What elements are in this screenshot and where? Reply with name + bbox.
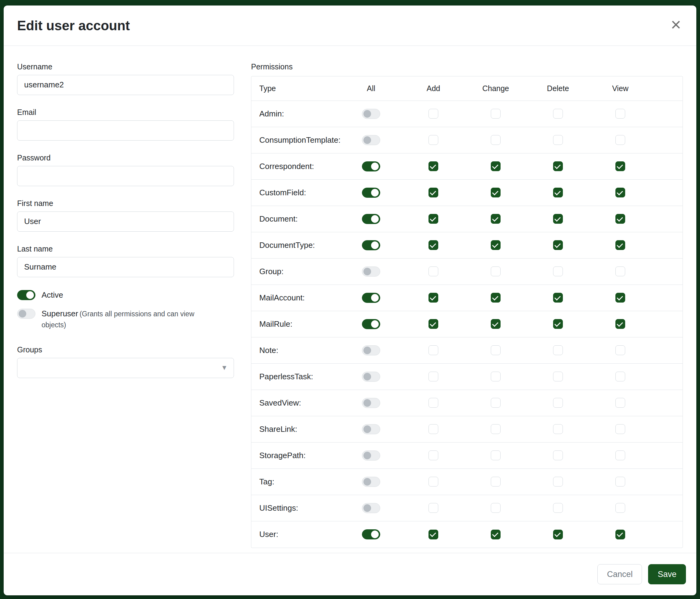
permission-add-checkbox[interactable]	[428, 266, 438, 276]
chevron-down-icon: ▾	[222, 363, 226, 371]
permission-delete-checkbox[interactable]	[553, 109, 563, 119]
permission-view-checkbox[interactable]	[616, 188, 625, 197]
permission-add-checkbox[interactable]	[428, 161, 438, 171]
permission-change-checkbox[interactable]	[491, 109, 501, 119]
permission-delete-checkbox[interactable]	[553, 372, 563, 381]
close-icon[interactable]: ×	[669, 18, 683, 31]
permission-all-toggle[interactable]	[362, 529, 380, 540]
permission-all-toggle[interactable]	[362, 477, 380, 487]
permission-all-toggle[interactable]	[362, 503, 380, 513]
permission-view-checkbox[interactable]	[616, 424, 625, 434]
permission-add-checkbox[interactable]	[428, 345, 438, 355]
permission-view-checkbox[interactable]	[616, 135, 625, 145]
permission-all-toggle[interactable]	[362, 451, 380, 460]
permission-view-checkbox[interactable]	[616, 214, 625, 224]
permission-add-checkbox[interactable]	[428, 135, 438, 145]
permission-all-toggle[interactable]	[362, 266, 380, 277]
permission-delete-checkbox[interactable]	[553, 293, 563, 303]
permission-all-toggle[interactable]	[362, 319, 380, 329]
last-name-input[interactable]	[17, 257, 234, 277]
permission-change-checkbox[interactable]	[491, 293, 501, 303]
permission-change-checkbox[interactable]	[491, 372, 501, 381]
groups-select[interactable]: ▾	[17, 358, 234, 378]
permission-change-checkbox[interactable]	[491, 451, 501, 460]
cancel-button[interactable]: Cancel	[597, 564, 642, 584]
permission-all-toggle[interactable]	[362, 293, 380, 303]
permission-all-toggle[interactable]	[362, 240, 380, 250]
save-button[interactable]: Save	[648, 564, 686, 584]
permission-view-checkbox[interactable]	[616, 530, 625, 540]
permission-row: UISettings:	[251, 495, 682, 521]
permission-delete-checkbox[interactable]	[553, 503, 563, 513]
permission-change-checkbox[interactable]	[491, 319, 501, 329]
permission-delete-checkbox[interactable]	[553, 345, 563, 355]
permission-add-checkbox[interactable]	[428, 109, 438, 119]
permission-add-checkbox[interactable]	[428, 240, 438, 250]
permission-change-checkbox[interactable]	[491, 214, 501, 224]
permission-change-checkbox[interactable]	[491, 135, 501, 145]
permission-view-checkbox[interactable]	[616, 109, 625, 119]
username-input[interactable]	[17, 75, 234, 95]
permission-add-checkbox[interactable]	[428, 188, 438, 197]
active-toggle[interactable]	[17, 290, 35, 300]
permission-delete-checkbox[interactable]	[553, 477, 563, 486]
permission-delete-checkbox[interactable]	[553, 424, 563, 434]
permission-add-checkbox[interactable]	[428, 477, 438, 486]
permission-delete-checkbox[interactable]	[553, 398, 563, 408]
permission-delete-checkbox[interactable]	[553, 161, 563, 171]
permission-add-checkbox[interactable]	[428, 424, 438, 434]
permission-all-toggle[interactable]	[362, 372, 380, 382]
permission-all-toggle[interactable]	[362, 135, 380, 145]
permission-add-checkbox[interactable]	[428, 319, 438, 329]
permission-change-checkbox[interactable]	[491, 503, 501, 513]
permission-view-checkbox[interactable]	[616, 398, 625, 408]
permission-delete-checkbox[interactable]	[553, 188, 563, 197]
password-field[interactable]	[17, 166, 234, 186]
permission-view-checkbox[interactable]	[616, 266, 625, 276]
permission-change-checkbox[interactable]	[491, 345, 501, 355]
permission-view-checkbox[interactable]	[616, 240, 625, 250]
permission-change-checkbox[interactable]	[491, 240, 501, 250]
permission-view-checkbox[interactable]	[616, 451, 625, 460]
permission-view-checkbox[interactable]	[616, 477, 625, 486]
permission-delete-checkbox[interactable]	[553, 240, 563, 250]
permission-all-toggle[interactable]	[362, 424, 380, 434]
permission-all-toggle[interactable]	[362, 109, 380, 119]
permission-change-checkbox[interactable]	[491, 398, 501, 408]
permission-row: ConsumptionTemplate:	[251, 127, 682, 153]
permission-view-checkbox[interactable]	[616, 319, 625, 329]
last-name-label: Last name	[17, 244, 234, 253]
permission-delete-checkbox[interactable]	[553, 451, 563, 460]
permission-all-toggle[interactable]	[362, 161, 380, 171]
permission-view-checkbox[interactable]	[616, 161, 625, 171]
permission-all-toggle[interactable]	[362, 398, 380, 408]
permission-add-checkbox[interactable]	[428, 214, 438, 224]
permission-delete-checkbox[interactable]	[553, 266, 563, 276]
permission-add-checkbox[interactable]	[428, 530, 438, 540]
permission-change-checkbox[interactable]	[491, 188, 501, 197]
permission-add-checkbox[interactable]	[428, 372, 438, 381]
permission-add-checkbox[interactable]	[428, 398, 438, 408]
permission-view-checkbox[interactable]	[616, 503, 625, 513]
permission-add-checkbox[interactable]	[428, 451, 438, 460]
permission-view-checkbox[interactable]	[616, 372, 625, 381]
permission-view-checkbox[interactable]	[616, 293, 625, 303]
permission-change-checkbox[interactable]	[491, 161, 501, 171]
permission-delete-checkbox[interactable]	[553, 214, 563, 224]
permission-add-checkbox[interactable]	[428, 293, 438, 303]
permission-all-toggle[interactable]	[362, 345, 380, 355]
permission-all-toggle[interactable]	[362, 214, 380, 224]
permission-delete-checkbox[interactable]	[553, 530, 563, 540]
permission-change-checkbox[interactable]	[491, 424, 501, 434]
email-field[interactable]	[17, 120, 234, 141]
permission-all-toggle[interactable]	[362, 188, 380, 198]
permission-change-checkbox[interactable]	[491, 266, 501, 276]
permission-delete-checkbox[interactable]	[553, 135, 563, 145]
first-name-input[interactable]	[17, 212, 234, 232]
permission-delete-checkbox[interactable]	[553, 319, 563, 329]
superuser-toggle[interactable]	[17, 309, 35, 319]
permission-view-checkbox[interactable]	[616, 345, 625, 355]
permission-add-checkbox[interactable]	[428, 503, 438, 513]
permission-change-checkbox[interactable]	[491, 530, 501, 540]
permission-change-checkbox[interactable]	[491, 477, 501, 486]
